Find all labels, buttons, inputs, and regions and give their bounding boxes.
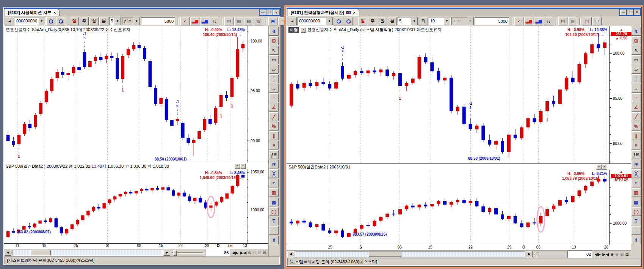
futures-candlestick-chart[interactable]: 100.0095.0090.00-1s↓↓↑↑1-1s↓↓↑1H: -0.98%… [287, 26, 631, 164]
signal-check-icon[interactable]: ✓ [180, 17, 190, 25]
fr-lines-icon[interactable]: ƒR [631, 150, 641, 159]
crosshair-icon[interactable]: ┼ [631, 74, 641, 83]
scroll-left-button[interactable]: ◀ [287, 251, 294, 257]
close-pane-button[interactable]: × [240, 164, 246, 169]
zoom-out-icon[interactable]: ⊖ [615, 252, 619, 257]
run-strategy-icon[interactable]: ↯ [631, 27, 641, 36]
collapse-horizontal-icon[interactable]: ▶◀ [240, 250, 246, 255]
search-select-button[interactable]: ↙ [344, 17, 353, 25]
volume-histogram-icon[interactable]: ▃▆ [200, 17, 209, 25]
chevron-down-icon[interactable]: ▼ [411, 17, 418, 25]
scroll-left-button[interactable]: ◀ [5, 250, 11, 256]
select-region-icon[interactable]: ▭ [269, 55, 279, 64]
chart-layout-icon[interactable]: ⊞ [269, 36, 279, 45]
channel-icon[interactable]: ∥ [269, 131, 279, 140]
period-tick-button[interactable]: 틱 [419, 17, 428, 25]
chevron-down-icon[interactable]: ▼ [443, 17, 450, 25]
trendline-icon[interactable]: ╱ [269, 112, 279, 121]
chevron-down-icon[interactable]: ▼ [326, 17, 333, 25]
volume-chart-icon[interactable]: ▥ [631, 188, 641, 197]
period-week-button[interactable]: 주 [80, 17, 89, 25]
cursor-icon[interactable]: ↖ [269, 46, 279, 55]
close-chart-icon[interactable]: ⊠ [263, 250, 266, 255]
percent-line-icon[interactable]: % [269, 122, 279, 131]
price-histogram-icon[interactable]: ▃▆ [524, 17, 533, 25]
signal-check-icon[interactable]: ✓ [514, 17, 523, 25]
hatch-lines-icon[interactable]: ≋ [269, 160, 279, 168]
futures-candlestick-chart[interactable]: 100.0095.0090.00↑↑1-1s↓↓↑1-1s↓↓↑1↑1H: -0… [4, 26, 268, 163]
hatch-lines-icon[interactable]: ≋ [631, 160, 641, 168]
interval-combo[interactable]: 5 ▼ [398, 17, 418, 25]
scroll-right-button[interactable]: ▶ [526, 251, 533, 257]
trendline-icon[interactable]: ╱ [631, 112, 641, 121]
select-region-icon[interactable]: ▭ [631, 55, 641, 64]
wave-icon[interactable]: ≈ [269, 179, 279, 187]
close-chart-icon[interactable]: ⊠ [625, 252, 629, 257]
price-histogram-icon[interactable]: ▃▆ [190, 17, 199, 25]
search-select-button[interactable]: ↙ [56, 17, 65, 25]
tab-strategy-chart[interactable]: [6101] 전략실행차트(실시간) × [288, 9, 359, 16]
scroll-top-icon[interactable]: ⇑ [631, 236, 641, 244]
horizontal-line-icon[interactable]: ↔ [631, 84, 641, 93]
period-day-button[interactable]: 일 [358, 17, 367, 25]
indicator-chart-icon[interactable]: ▦ [631, 198, 641, 206]
test-badge-close-button[interactable]: x [301, 27, 306, 33]
scroll-top-icon[interactable]: ⇑ [269, 236, 279, 244]
cursor-icon[interactable]: ↖ [631, 46, 641, 55]
sp500-candlestick-chart[interactable]: 1050.001000.00H: -0.34%L: 8.46%1,048.90 … [4, 169, 268, 243]
search-button[interactable] [334, 17, 343, 25]
scroll-tabs-left-button[interactable]: ◂ [288, 17, 297, 25]
sort-updown-icon[interactable]: ↑↓ [544, 17, 553, 25]
zoom-slider[interactable] [533, 252, 567, 257]
volume-chart-icon[interactable]: ▥ [269, 188, 279, 197]
close-button[interactable]: × [273, 9, 280, 15]
chart-layout-icon[interactable]: ⊞ [631, 36, 641, 45]
chevron-down-icon[interactable]: ▼ [114, 17, 121, 25]
scroll-right-button[interactable]: ▶ [163, 250, 170, 256]
cross-lines-icon[interactable]: ╳ [269, 169, 279, 178]
restore-button[interactable]: □ [266, 9, 273, 15]
arrow-marker-icon[interactable]: ↑ [631, 226, 641, 235]
chevron-down-icon[interactable]: ▼ [467, 17, 474, 25]
zoom-slider[interactable] [171, 250, 204, 255]
vertical-line-icon[interactable]: ↕ [631, 93, 641, 102]
expand-horizontal-icon[interactable]: ◀▶ [232, 250, 238, 255]
eraser-icon[interactable]: ▱ [631, 65, 641, 74]
scrollbar-track[interactable] [295, 251, 525, 257]
minimize-button[interactable]: — [620, 9, 627, 15]
symbol-code-combo[interactable]: 000000000 ▼ [298, 17, 333, 25]
visible-candles-input[interactable] [567, 250, 592, 258]
sp500-candlestick-chart[interactable]: 1050.001000.00H: -0.86%L: 6.21%1,053.79 … [287, 170, 631, 245]
grid-toggle-icon[interactable]: ⊞ [258, 250, 262, 255]
chevron-down-icon[interactable]: ▼ [38, 17, 45, 25]
count-input[interactable] [141, 17, 175, 25]
angle-tool-icon[interactable]: ∠ [631, 103, 641, 112]
search-button[interactable] [46, 17, 55, 25]
ellipse-tool-icon[interactable]: ◯ [631, 207, 641, 216]
volume-histogram-icon[interactable]: ▃▆ [534, 17, 543, 25]
minimize-pane-button[interactable]: − [235, 164, 240, 169]
data-report-icon[interactable]: ▤ [558, 17, 567, 25]
collapse-horizontal-icon[interactable]: ▶◀ [602, 252, 609, 257]
arrow-marker-icon[interactable]: ↑ [269, 226, 279, 235]
interval-combo[interactable]: 5 ▼ [109, 17, 121, 25]
expand-horizontal-icon[interactable]: ◀▶ [594, 252, 601, 257]
chart-copy-icon[interactable]: ▧ [244, 17, 253, 25]
tab-simulation-chart[interactable]: [6102] 시뮬레이션 차트 × [5, 9, 60, 16]
zoom-in-icon[interactable]: ⊕ [610, 252, 614, 257]
scroll-tabs-left-button[interactable]: ◂ [5, 17, 14, 25]
channel-icon[interactable]: ∥ [631, 131, 641, 140]
scrollbar-track[interactable] [12, 250, 163, 256]
fibonacci-icon[interactable]: ≡ [631, 141, 641, 149]
tick-interval-combo[interactable]: 10 ▼ [429, 17, 451, 25]
scrollbar-thumb[interactable] [30, 250, 50, 255]
horizontal-line-icon[interactable]: ↔ [269, 84, 279, 93]
angle-tool-icon[interactable]: ∠ [269, 103, 279, 112]
wave-icon[interactable]: ≈ [631, 179, 641, 187]
text-tool-icon[interactable]: T [269, 217, 279, 225]
crosshair-icon[interactable]: ┼ [269, 74, 279, 83]
minimize-button[interactable]: — [260, 9, 266, 15]
period-minute-button[interactable]: 분 [388, 17, 397, 25]
period-week-button[interactable]: 주 [368, 17, 377, 25]
close-pane-button[interactable]: × [602, 164, 607, 170]
